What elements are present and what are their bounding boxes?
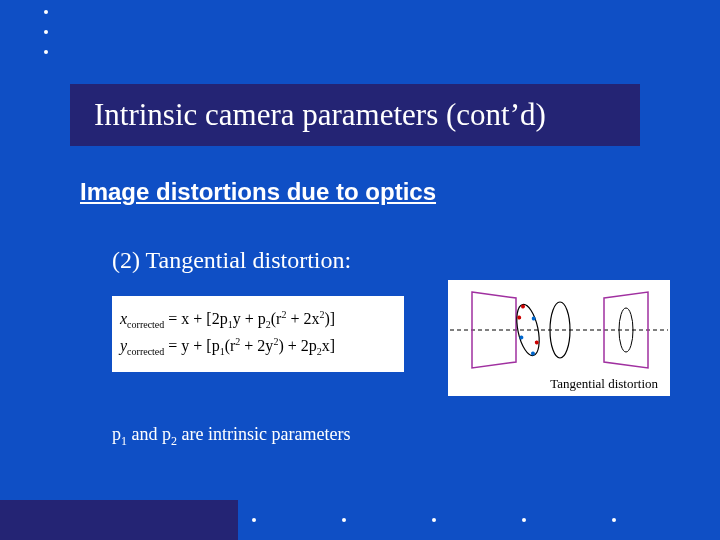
title-bar: Intrinsic camera parameters (cont’d) <box>70 84 640 146</box>
tangential-distortion-diagram: Tangential distortion <box>448 280 670 396</box>
intrinsic-parameters-note: p1 and p2 are intrinsic parameters <box>112 424 350 449</box>
svg-point-3 <box>550 302 570 358</box>
formula-line-1: xcorrected = x + [2p1y + p2(r2 + 2x2)] <box>120 306 396 333</box>
diagram-svg <box>448 284 670 376</box>
dot-icon <box>342 518 346 522</box>
subheading: Image distortions due to optics <box>80 178 436 206</box>
slide: Intrinsic camera parameters (cont’d) Ima… <box>0 0 720 540</box>
formula-box: xcorrected = x + [2p1y + p2(r2 + 2x2)] y… <box>112 296 404 372</box>
dot-icon <box>44 30 48 34</box>
dot-icon <box>522 518 526 522</box>
decor-dots-bottom <box>252 508 702 526</box>
formula-line-2: ycorrected = y + [p1(r2 + 2y2) + 2p2x] <box>120 333 396 360</box>
dot-icon <box>44 50 48 54</box>
dot-icon <box>252 518 256 522</box>
item-label: (2) Tangential distortion: <box>112 247 351 274</box>
slide-title: Intrinsic camera parameters (cont’d) <box>94 97 546 133</box>
decor-dots-top <box>44 10 48 70</box>
diagram-caption: Tangential distortion <box>550 376 658 392</box>
decor-bottom-bar <box>0 500 238 540</box>
dot-icon <box>432 518 436 522</box>
dot-icon <box>44 10 48 14</box>
dot-icon <box>612 518 616 522</box>
